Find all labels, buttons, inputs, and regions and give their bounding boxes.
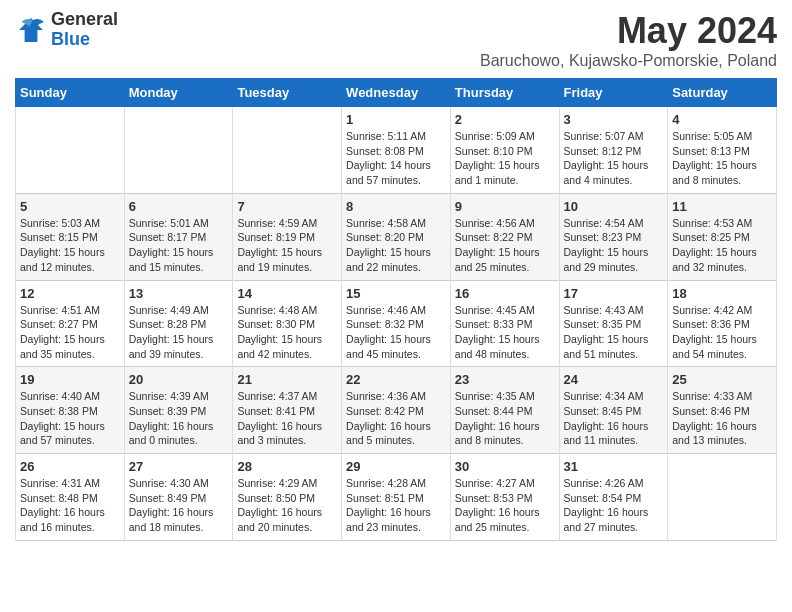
day-number: 25 (672, 372, 772, 387)
day-info: Sunrise: 4:59 AMSunset: 8:19 PMDaylight:… (237, 216, 337, 275)
calendar-cell: 26Sunrise: 4:31 AMSunset: 8:48 PMDayligh… (16, 454, 125, 541)
day-info: Sunrise: 5:11 AMSunset: 8:08 PMDaylight:… (346, 129, 446, 188)
title-block: May 2024 Baruchowo, Kujawsko-Pomorskie, … (480, 10, 777, 70)
day-info: Sunrise: 4:29 AMSunset: 8:50 PMDaylight:… (237, 476, 337, 535)
day-info: Sunrise: 4:35 AMSunset: 8:44 PMDaylight:… (455, 389, 555, 448)
header-sunday: Sunday (16, 79, 125, 107)
header-row: Sunday Monday Tuesday Wednesday Thursday… (16, 79, 777, 107)
day-info: Sunrise: 5:09 AMSunset: 8:10 PMDaylight:… (455, 129, 555, 188)
month-year-title: May 2024 (480, 10, 777, 52)
day-info: Sunrise: 4:49 AMSunset: 8:28 PMDaylight:… (129, 303, 229, 362)
day-info: Sunrise: 4:31 AMSunset: 8:48 PMDaylight:… (20, 476, 120, 535)
calendar-cell: 13Sunrise: 4:49 AMSunset: 8:28 PMDayligh… (124, 280, 233, 367)
calendar-cell: 3Sunrise: 5:07 AMSunset: 8:12 PMDaylight… (559, 107, 668, 194)
header-saturday: Saturday (668, 79, 777, 107)
day-info: Sunrise: 4:36 AMSunset: 8:42 PMDaylight:… (346, 389, 446, 448)
calendar-week-row: 26Sunrise: 4:31 AMSunset: 8:48 PMDayligh… (16, 454, 777, 541)
day-number: 22 (346, 372, 446, 387)
calendar-header: Sunday Monday Tuesday Wednesday Thursday… (16, 79, 777, 107)
day-info: Sunrise: 4:39 AMSunset: 8:39 PMDaylight:… (129, 389, 229, 448)
day-info: Sunrise: 4:48 AMSunset: 8:30 PMDaylight:… (237, 303, 337, 362)
calendar-cell: 29Sunrise: 4:28 AMSunset: 8:51 PMDayligh… (342, 454, 451, 541)
day-number: 24 (564, 372, 664, 387)
day-number: 8 (346, 199, 446, 214)
day-info: Sunrise: 4:51 AMSunset: 8:27 PMDaylight:… (20, 303, 120, 362)
calendar-table: Sunday Monday Tuesday Wednesday Thursday… (15, 78, 777, 541)
day-info: Sunrise: 4:43 AMSunset: 8:35 PMDaylight:… (564, 303, 664, 362)
day-number: 31 (564, 459, 664, 474)
day-info: Sunrise: 5:01 AMSunset: 8:17 PMDaylight:… (129, 216, 229, 275)
calendar-cell: 31Sunrise: 4:26 AMSunset: 8:54 PMDayligh… (559, 454, 668, 541)
logo: General Blue (15, 10, 118, 50)
calendar-cell: 21Sunrise: 4:37 AMSunset: 8:41 PMDayligh… (233, 367, 342, 454)
header-tuesday: Tuesday (233, 79, 342, 107)
calendar-cell: 27Sunrise: 4:30 AMSunset: 8:49 PMDayligh… (124, 454, 233, 541)
calendar-cell (16, 107, 125, 194)
logo-general-text: General (51, 10, 118, 30)
day-info: Sunrise: 4:34 AMSunset: 8:45 PMDaylight:… (564, 389, 664, 448)
calendar-cell: 12Sunrise: 4:51 AMSunset: 8:27 PMDayligh… (16, 280, 125, 367)
day-info: Sunrise: 4:58 AMSunset: 8:20 PMDaylight:… (346, 216, 446, 275)
day-number: 10 (564, 199, 664, 214)
day-number: 11 (672, 199, 772, 214)
day-number: 5 (20, 199, 120, 214)
day-info: Sunrise: 5:07 AMSunset: 8:12 PMDaylight:… (564, 129, 664, 188)
calendar-cell: 14Sunrise: 4:48 AMSunset: 8:30 PMDayligh… (233, 280, 342, 367)
calendar-cell: 15Sunrise: 4:46 AMSunset: 8:32 PMDayligh… (342, 280, 451, 367)
calendar-cell (233, 107, 342, 194)
calendar-cell: 8Sunrise: 4:58 AMSunset: 8:20 PMDaylight… (342, 193, 451, 280)
calendar-cell: 11Sunrise: 4:53 AMSunset: 8:25 PMDayligh… (668, 193, 777, 280)
calendar-cell: 2Sunrise: 5:09 AMSunset: 8:10 PMDaylight… (450, 107, 559, 194)
day-info: Sunrise: 4:53 AMSunset: 8:25 PMDaylight:… (672, 216, 772, 275)
calendar-cell: 5Sunrise: 5:03 AMSunset: 8:15 PMDaylight… (16, 193, 125, 280)
day-info: Sunrise: 4:42 AMSunset: 8:36 PMDaylight:… (672, 303, 772, 362)
day-number: 2 (455, 112, 555, 127)
calendar-cell: 20Sunrise: 4:39 AMSunset: 8:39 PMDayligh… (124, 367, 233, 454)
day-number: 1 (346, 112, 446, 127)
calendar-cell: 25Sunrise: 4:33 AMSunset: 8:46 PMDayligh… (668, 367, 777, 454)
day-info: Sunrise: 4:27 AMSunset: 8:53 PMDaylight:… (455, 476, 555, 535)
header-thursday: Thursday (450, 79, 559, 107)
day-number: 29 (346, 459, 446, 474)
calendar-week-row: 19Sunrise: 4:40 AMSunset: 8:38 PMDayligh… (16, 367, 777, 454)
calendar-cell: 30Sunrise: 4:27 AMSunset: 8:53 PMDayligh… (450, 454, 559, 541)
calendar-cell: 28Sunrise: 4:29 AMSunset: 8:50 PMDayligh… (233, 454, 342, 541)
location-subtitle: Baruchowo, Kujawsko-Pomorskie, Poland (480, 52, 777, 70)
day-number: 6 (129, 199, 229, 214)
calendar-cell: 19Sunrise: 4:40 AMSunset: 8:38 PMDayligh… (16, 367, 125, 454)
day-number: 23 (455, 372, 555, 387)
day-info: Sunrise: 4:30 AMSunset: 8:49 PMDaylight:… (129, 476, 229, 535)
day-number: 4 (672, 112, 772, 127)
calendar-cell: 16Sunrise: 4:45 AMSunset: 8:33 PMDayligh… (450, 280, 559, 367)
day-number: 13 (129, 286, 229, 301)
calendar-week-row: 1Sunrise: 5:11 AMSunset: 8:08 PMDaylight… (16, 107, 777, 194)
day-number: 20 (129, 372, 229, 387)
day-number: 21 (237, 372, 337, 387)
day-number: 17 (564, 286, 664, 301)
day-info: Sunrise: 4:40 AMSunset: 8:38 PMDaylight:… (20, 389, 120, 448)
day-number: 28 (237, 459, 337, 474)
calendar-cell: 4Sunrise: 5:05 AMSunset: 8:13 PMDaylight… (668, 107, 777, 194)
day-number: 18 (672, 286, 772, 301)
day-info: Sunrise: 4:45 AMSunset: 8:33 PMDaylight:… (455, 303, 555, 362)
day-info: Sunrise: 5:03 AMSunset: 8:15 PMDaylight:… (20, 216, 120, 275)
calendar-body: 1Sunrise: 5:11 AMSunset: 8:08 PMDaylight… (16, 107, 777, 541)
header-friday: Friday (559, 79, 668, 107)
day-number: 7 (237, 199, 337, 214)
day-info: Sunrise: 4:28 AMSunset: 8:51 PMDaylight:… (346, 476, 446, 535)
day-number: 14 (237, 286, 337, 301)
calendar-cell: 23Sunrise: 4:35 AMSunset: 8:44 PMDayligh… (450, 367, 559, 454)
calendar-cell: 1Sunrise: 5:11 AMSunset: 8:08 PMDaylight… (342, 107, 451, 194)
header-wednesday: Wednesday (342, 79, 451, 107)
day-info: Sunrise: 4:33 AMSunset: 8:46 PMDaylight:… (672, 389, 772, 448)
day-info: Sunrise: 4:56 AMSunset: 8:22 PMDaylight:… (455, 216, 555, 275)
day-number: 9 (455, 199, 555, 214)
calendar-cell: 9Sunrise: 4:56 AMSunset: 8:22 PMDaylight… (450, 193, 559, 280)
day-info: Sunrise: 4:46 AMSunset: 8:32 PMDaylight:… (346, 303, 446, 362)
calendar-week-row: 12Sunrise: 4:51 AMSunset: 8:27 PMDayligh… (16, 280, 777, 367)
day-number: 15 (346, 286, 446, 301)
day-info: Sunrise: 4:37 AMSunset: 8:41 PMDaylight:… (237, 389, 337, 448)
calendar-cell: 6Sunrise: 5:01 AMSunset: 8:17 PMDaylight… (124, 193, 233, 280)
calendar-cell: 7Sunrise: 4:59 AMSunset: 8:19 PMDaylight… (233, 193, 342, 280)
day-number: 30 (455, 459, 555, 474)
